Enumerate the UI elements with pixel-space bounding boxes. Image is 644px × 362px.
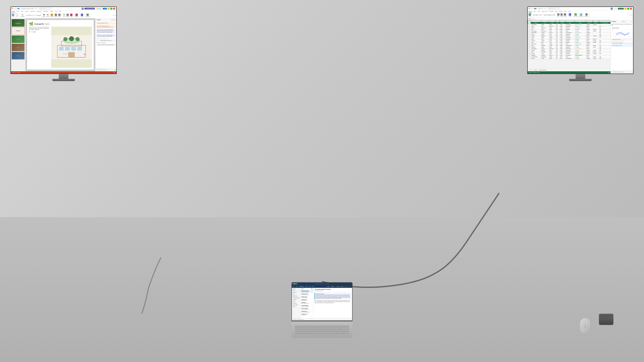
clean-data-button[interactable]: 🧹 Clean Data xyxy=(573,13,578,17)
email-item-7[interactable]: Arthur Lamarque Re: Thursday morning... xyxy=(301,307,314,310)
cell-11-8[interactable]: 9/12/23 xyxy=(593,38,599,40)
key-o[interactable] xyxy=(338,325,344,327)
surface-mouse[interactable] xyxy=(580,318,591,334)
cell-14-0[interactable]: South Korea xyxy=(531,43,541,45)
cell-9-7[interactable]: 5/17/23 xyxy=(586,35,593,37)
ppt-search[interactable]: 🔍 Search (Alt+Q) xyxy=(39,7,52,10)
cell-5-9[interactable]: 194 xyxy=(599,29,610,30)
excel-table-scroll[interactable]: A B C D E F G H I J xyxy=(528,20,610,69)
slide-thumb-5[interactable]: 5 ☀️ Solar xyxy=(12,52,25,59)
present-teams-button[interactable]: 📹 Present in Teams xyxy=(84,8,95,9)
cell-12-8[interactable]: 11/4/22 xyxy=(593,40,599,41)
outlook-outbox[interactable]: Outbox xyxy=(292,301,300,302)
decrease-font-button[interactable]: A↓ xyxy=(36,15,37,16)
col-header-f[interactable]: F xyxy=(565,20,574,22)
outlook-drafts[interactable]: Drafts xyxy=(292,294,300,295)
table-row[interactable]: 18AustraliaBrisbaneArthur1984,000Commerc… xyxy=(528,49,610,51)
cell-4-2[interactable]: Arthur xyxy=(549,27,556,29)
header-lead[interactable]: Lead xyxy=(549,22,556,24)
key-enter[interactable] xyxy=(340,328,349,330)
excel-close-button[interactable] xyxy=(630,7,632,10)
cell-11-0[interactable]: Japan xyxy=(531,38,541,40)
table-row[interactable]: 11JapanTokyoArthur2071,400ResidentialCom… xyxy=(528,38,610,40)
outlook-forward-btn[interactable]: → Forward xyxy=(335,286,340,287)
cell-7-2[interactable]: Maurice xyxy=(549,32,556,33)
increase-font-button[interactable]: A↑ xyxy=(35,15,36,16)
cell-13-0[interactable]: India xyxy=(531,41,541,43)
excel-copilot-send-icon[interactable]: ➤ xyxy=(632,71,632,73)
ribbon-tab-animations[interactable]: Animations xyxy=(36,11,42,12)
cell-16-1[interactable]: Manila xyxy=(541,46,549,48)
cell-19-6[interactable]: Complete xyxy=(574,51,586,53)
cell-19-1[interactable]: São Paulo xyxy=(541,51,549,53)
copy-button[interactable]: 📄 Copy xyxy=(15,15,18,16)
outlook-view-btn[interactable]: View xyxy=(309,286,311,287)
key-y[interactable] xyxy=(322,325,327,327)
add-animations-button[interactable]: Add animations to this slide xyxy=(96,39,116,41)
ribbon-tab-help[interactable]: Help xyxy=(59,11,62,12)
cell-20-3[interactable]: 187 xyxy=(556,53,560,54)
cell-22-8[interactable]: 9/16/23 xyxy=(593,56,599,58)
cell-6-9[interactable]: 106 xyxy=(599,30,610,32)
cell-20-7[interactable]: 10/14/22 xyxy=(586,53,593,54)
key-alt[interactable] xyxy=(302,332,307,334)
cell-23-2[interactable]: Naomi xyxy=(549,58,556,59)
table-row[interactable]: 17United StatesChicagoRaymond2093,000Env… xyxy=(528,48,610,49)
cell-12-5[interactable]: Industrial xyxy=(565,40,574,41)
cell-10-1[interactable]: Athens xyxy=(541,37,549,38)
cell-2-2[interactable]: Naomi xyxy=(549,24,556,25)
outlook-file-btn[interactable]: File xyxy=(292,286,295,287)
header-sqfeet[interactable]: Sq. Feet xyxy=(560,22,565,24)
cell-23-3[interactable]: 175 xyxy=(556,58,560,59)
cell-18-7[interactable]: 10/18/22 xyxy=(586,49,593,51)
cell-16-8[interactable]: 4/8/23 xyxy=(593,46,599,48)
cell-6-7[interactable]: 11/1/22 xyxy=(586,30,593,32)
table-row[interactable]: 19BrazilSão PauloSylvie2023,900Residenti… xyxy=(528,51,610,53)
underline-button[interactable]: U xyxy=(39,15,40,16)
cell-4-3[interactable]: 203 xyxy=(556,27,560,29)
email-item-8[interactable]: Sammie Laing I had a feeling you would..… xyxy=(301,310,314,313)
cell-3-6[interactable]: Complete xyxy=(574,25,586,27)
cell-20-2[interactable]: Liane xyxy=(549,53,556,54)
ribbon-tab-review[interactable]: Review xyxy=(50,11,54,12)
cell-22-6[interactable]: Complete xyxy=(574,56,586,58)
see-another-insight-button[interactable]: Can I see another insight? xyxy=(611,42,632,44)
excel-font-name[interactable]: Aptos (Body) xyxy=(533,14,538,15)
sheet-tab-1[interactable]: Sheet 1 xyxy=(528,69,533,71)
cell-8-2[interactable]: Fanni xyxy=(549,33,556,35)
cell-16-0[interactable]: Phillipines xyxy=(531,46,541,48)
excel-get-addins-button[interactable]: + Get Add-ins xyxy=(584,13,589,17)
cell-6-5[interactable]: Sports xyxy=(565,30,574,32)
cell-5-2[interactable]: Sylvie xyxy=(549,29,556,30)
excel-format-button[interactable]: ⚙ Format xyxy=(563,13,566,17)
cell-10-7[interactable]: 6/5/23 xyxy=(586,37,593,38)
cell-13-4[interactable]: 4,200 xyxy=(560,41,565,43)
new-slide-button[interactable]: + New Slide xyxy=(20,13,25,17)
cell-19-3[interactable]: 202 xyxy=(556,51,560,53)
cell-10-9[interactable]: 217 xyxy=(599,37,610,38)
excel-tab-pagelayout[interactable]: Page Layout xyxy=(542,11,548,12)
cell-22-2[interactable]: Joseph xyxy=(549,56,556,58)
cell-14-1[interactable]: Seoul xyxy=(541,43,549,45)
cell-13-1[interactable]: Delhi xyxy=(541,41,549,43)
font-size-chevron-icon[interactable]: ▾ xyxy=(34,15,34,16)
cell-21-5[interactable]: Commercial xyxy=(565,54,574,56)
cell-21-6[interactable]: Awaiting Materials xyxy=(574,54,586,56)
key-g[interactable] xyxy=(315,328,320,330)
cell-15-5[interactable]: Transportation xyxy=(565,45,574,46)
excel-tab-formulas[interactable]: Formulas xyxy=(549,11,554,12)
cell-3-2[interactable]: Raymond xyxy=(549,25,556,27)
outlook-folder-btn[interactable]: Folder xyxy=(305,286,308,287)
key-e[interactable] xyxy=(306,325,311,327)
cell-16-7[interactable]: 6/17/22 xyxy=(586,46,593,48)
cell-7-8[interactable] xyxy=(593,32,599,33)
cell-23-0[interactable]: Vietnam xyxy=(531,58,541,59)
excel-tab-help[interactable]: Help xyxy=(568,11,571,12)
key-p[interactable] xyxy=(344,325,349,327)
cell-8-5[interactable]: Healthcare xyxy=(565,33,574,35)
cell-17-8[interactable] xyxy=(593,48,599,49)
excel-bold-button[interactable]: B xyxy=(540,14,540,15)
cell-23-5[interactable]: Transportation xyxy=(565,58,574,59)
cell-18-8[interactable]: 5/14/23 xyxy=(593,49,599,51)
cell-15-4[interactable]: 4,800 xyxy=(560,45,565,46)
